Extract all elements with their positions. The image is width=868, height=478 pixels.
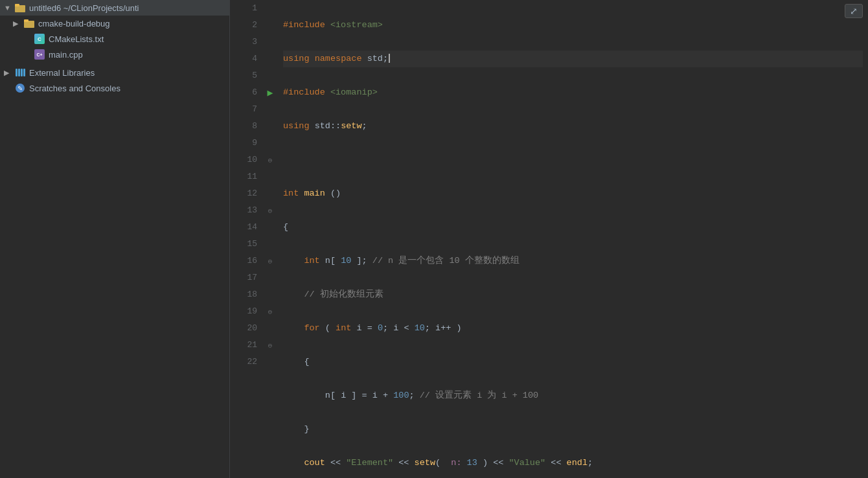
expand-button[interactable]: ⤢ — [845, 4, 863, 18]
code-line-7: { — [283, 219, 863, 236]
sidebar-item-label: External Libraries — [29, 68, 95, 78]
code-line-2: using namespace std; — [283, 51, 863, 67]
code-line-4: using std::setw; — [283, 118, 863, 135]
svg-rect-4 — [16, 69, 17, 76]
svg-rect-7 — [23, 69, 25, 76]
fold-icon[interactable]: ⊖ — [262, 253, 278, 269]
code-line-11: { — [283, 354, 863, 370]
project-sidebar: ▼ untitled6 ~/CLionProjects/unti ▶ cmake… — [0, 0, 230, 478]
arrow-icon: ▼ — [4, 4, 14, 12]
editor-gutter: ▶ ⊖ ⊖ ⊖ ⊖ ⊖ — [262, 0, 278, 478]
code-line-6: int main () — [283, 185, 863, 202]
sidebar-item-label: main.cpp — [49, 50, 83, 60]
library-icon — [14, 67, 26, 78]
sidebar-item-label: cmake-build-debug — [38, 19, 110, 28]
folder-icon — [14, 2, 26, 14]
sidebar-item-main-cpp[interactable]: C+ main.cpp — [0, 47, 229, 62]
fold-icon[interactable]: ⊖ — [262, 202, 278, 219]
arrow-icon: ▶ — [4, 69, 14, 77]
sidebar-item-cmakelists[interactable]: C CMakeLists.txt — [0, 31, 229, 47]
cpp-icon: C+ — [34, 49, 45, 60]
arrow-icon: ▶ — [13, 19, 23, 28]
code-content[interactable]: #include <iostream> using namespace std;… — [278, 0, 868, 478]
sidebar-item-untitled6[interactable]: ▼ untitled6 ~/CLionProjects/unti — [0, 0, 229, 16]
sidebar-item-external-libraries[interactable]: ▶ External Libraries — [0, 65, 229, 80]
code-line-8: int n[ 10 ]; // n 是一个包含 10 个整数的数组 — [283, 253, 863, 269]
fold-icon[interactable]: ⊖ — [262, 303, 278, 320]
sidebar-item-label: CMakeLists.txt — [49, 34, 104, 44]
svg-rect-1 — [15, 4, 19, 6]
code-line-3: #include <iomanip> — [283, 84, 863, 101]
code-line-13: } — [283, 421, 863, 438]
fold-icon[interactable]: ⊖ — [262, 337, 278, 354]
code-line-9: // 初始化数组元素 — [283, 286, 863, 303]
svg-rect-5 — [18, 69, 20, 76]
code-line-5 — [283, 152, 863, 168]
line-numbers: 1 2 3 4 5 6 7 8 9 10 11 12 13 14 15 16 1… — [230, 0, 262, 478]
sidebar-item-scratches[interactable]: ✎ Scratches and Consoles — [0, 80, 229, 96]
scratch-icon: ✎ — [14, 82, 26, 94]
svg-rect-6 — [21, 69, 23, 76]
run-button[interactable]: ▶ — [262, 84, 278, 101]
folder-icon — [23, 17, 35, 29]
cmake-icon: C — [34, 33, 45, 45]
code-editor[interactable]: 1 2 3 4 5 6 7 8 9 10 11 12 13 14 15 16 1… — [230, 0, 868, 478]
sidebar-item-label: Scratches and Consoles — [29, 84, 120, 93]
svg-rect-3 — [24, 19, 29, 22]
code-line-10: for ( int i = 0; i < 10; i++ ) — [283, 320, 863, 337]
sidebar-item-label: untitled6 ~/CLionProjects/unti — [29, 3, 139, 13]
code-line-1: #include <iostream> — [283, 17, 863, 34]
svg-text:✎: ✎ — [17, 85, 23, 92]
fold-icon[interactable]: ⊖ — [262, 152, 278, 168]
code-line-12: n[ i ] = i + 100; // 设置元素 i 为 i + 100 — [283, 387, 863, 404]
code-line-14: cout << "Element" << setw( n: 13 ) << "V… — [283, 455, 863, 472]
sidebar-item-cmake-build-debug[interactable]: ▶ cmake-build-debug — [0, 16, 229, 31]
